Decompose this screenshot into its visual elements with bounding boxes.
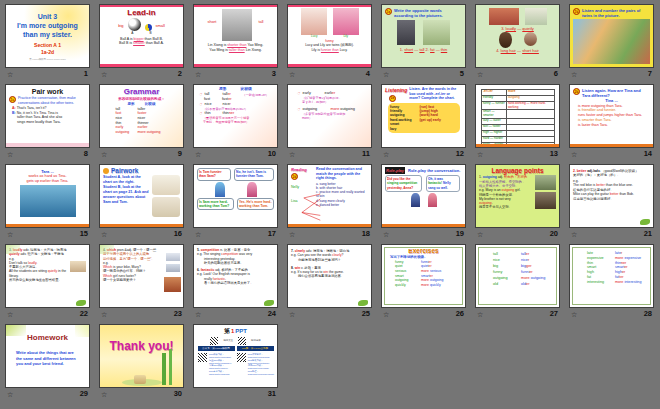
slide-thumbnail-28[interactable]: latelaterexpensivemore expensivethinthin… bbox=[569, 244, 654, 308]
slide-cell[interactable]: Role-playRole-play the conversation.Did … bbox=[381, 164, 466, 240]
text: Ball B is smaller than Ball A. bbox=[103, 41, 180, 46]
slide-cell[interactable]: Is Tom funnier than Sam?No, he isn't. Sa… bbox=[193, 164, 278, 240]
text bbox=[152, 175, 180, 217]
slide-number: 29 bbox=[80, 390, 88, 398]
slide-cell[interactable]: 5. competition n. 比赛；竞赛；竞争e.g. The singi… bbox=[193, 244, 278, 320]
slide-cell[interactable]: 1bListen and number the pairs of twins i… bbox=[569, 4, 654, 80]
text: 你能清楚地看到这些单词吗？ bbox=[298, 258, 368, 262]
photo-children bbox=[423, 20, 450, 45]
bottom-band bbox=[6, 143, 89, 147]
text: outgoing bbox=[303, 107, 329, 112]
slide-thumbnail-1[interactable]: Unit 3I'm more outgoingthan my sister.Se… bbox=[5, 4, 90, 68]
slide-cell[interactable]: 7. clearly adv. 清楚地；清晰地；明白地e.g. Can you … bbox=[287, 244, 372, 320]
slide-thumbnail-22[interactable]: 3. loudly adv. 喧闹地；大声地；响亮地 quietly adv. … bbox=[5, 244, 90, 308]
slide-thumbnail-8[interactable]: Pair work1cPractice the conversation, th… bbox=[5, 84, 90, 148]
slide-thumbnail-13[interactable]: -er/-iermorefriendlyoutgoingfunny — funn… bbox=[475, 84, 560, 148]
slide-cell[interactable]: Listening2aListen. Are the words in the … bbox=[381, 84, 466, 160]
slide-cell[interactable]: Thank you!☆30 bbox=[99, 324, 184, 400]
text: Yes. He's more hard-working than Tom. bbox=[239, 200, 272, 209]
text: 扫码关注 bbox=[223, 339, 233, 342]
slide-thumbnail-23[interactable]: 4. which pron.&adj. 哪一个；哪一些用于对两个或两个以上的人或… bbox=[99, 244, 184, 308]
slide-cell[interactable]: Language points1. outgoing adj. 外向的；友好的一… bbox=[475, 164, 560, 240]
text: more outgoing bbox=[521, 276, 545, 281]
text: 字母时，先双写辅音字母再加er） bbox=[203, 120, 274, 124]
slide-thumbnail-11[interactable]: ☞earlyearlier（以“辅音字母+y”结尾的词，变 y 为 i，再加er… bbox=[287, 84, 372, 148]
slide-cell[interactable]: Tara ...works as hard as Tina.gets up ea… bbox=[5, 164, 90, 240]
slide-cell[interactable]: Exercises写出下列单词的比较级。funnyfunnierquietqui… bbox=[381, 244, 466, 320]
leaf-decoration bbox=[640, 219, 650, 225]
slide-cell[interactable]: 1aWrite the opposite words according to … bbox=[381, 4, 466, 80]
text: 1 bbox=[231, 328, 234, 336]
slide-title: Listening bbox=[385, 87, 407, 94]
slide-cell[interactable]: 4. which pron.&adj. 哪一个；哪一些用于对两个或两个以上的人或… bbox=[99, 244, 184, 320]
slide-cell[interactable]: Reading2dNellyLisaRead the conversation … bbox=[287, 164, 372, 240]
text: 昨天的唱歌比赛很有意思。 bbox=[204, 261, 274, 265]
transition-star-icon: ☆ bbox=[101, 151, 107, 158]
slide-cell[interactable]: shorttallLin Xiong is shorter than Yao M… bbox=[193, 4, 278, 80]
slide-cell[interactable]: Unit 3I'm more outgoingthan my sister.Se… bbox=[5, 4, 90, 80]
cartoon-boy bbox=[411, 193, 420, 207]
slide-thumbnail-2[interactable]: Lead-inbigsmallABBall A is bigger than B… bbox=[99, 4, 184, 68]
slide-cell[interactable]: 第1PPT扫码关注扫码进群公众号：第一PPT模板网QQ群：第一PPT交流群PPT… bbox=[193, 324, 278, 400]
section-badge-2a: 2a bbox=[389, 95, 396, 102]
text: taller bbox=[223, 92, 241, 97]
text: Yao Ming is taller than Lin Xiong. bbox=[197, 48, 274, 53]
transition-star-icon: ☆ bbox=[195, 231, 201, 238]
slide-thumbnail-6[interactable]: 3. loudly — quietly4. long hair — short … bbox=[475, 4, 560, 68]
slide-thumbnail-20[interactable]: Language points1. outgoing adj. 外向的；友好的一… bbox=[475, 164, 560, 228]
text: (run) fast(jump) high(work) hard(get up)… bbox=[419, 105, 440, 123]
slide-cell[interactable]: 3. loudly adv. 喧闹地；大声地；响亮地 quietly adv. … bbox=[5, 244, 90, 320]
slide-cell[interactable]: ☞earlyearlier（以“辅音字母+y”结尾的词，变 y 为 i，再加er… bbox=[287, 84, 372, 160]
slide-thumbnail-26[interactable]: Exercises写出下列单词的比较级。funnyfunnierquietqui… bbox=[381, 244, 466, 308]
slide-cell[interactable]: Grammar形容词和副词比较级的构成：原形比较级talltallerfastf… bbox=[99, 84, 184, 160]
slide-thumbnail-19[interactable]: Role-playRole-play the conversation.Did … bbox=[381, 164, 466, 228]
slide-cell[interactable]: 原形比较级☞talltaller（一般在词尾+er）fastfaster☞nic… bbox=[193, 84, 278, 160]
slide-thumbnail-27[interactable]: talltallernicenicerbigbiggerfunnyfunnier… bbox=[475, 244, 560, 308]
slide-thumbnail-17[interactable]: Is Tom funnier than Sam?No, he isn't. Sa… bbox=[193, 164, 278, 228]
text: 2bListen again. How are Tina and Tara di… bbox=[573, 88, 650, 98]
slide-thumbnail-5[interactable]: 1aWrite the opposite words according to … bbox=[381, 4, 466, 68]
slide-cell[interactable]: PairworkStudent A, look at the chart on … bbox=[99, 164, 184, 240]
slide-cell[interactable]: latelaterexpensivemore expensivethinthin… bbox=[569, 244, 654, 320]
slide-cell[interactable]: Pair work1cPractice the conversation, th… bbox=[5, 84, 90, 160]
slide-cell[interactable]: 3. loudly — quietly4. long hair — short … bbox=[475, 4, 560, 80]
slide-thumbnail-24[interactable]: 5. competition n. 比赛；竞赛；竞争e.g. The singi… bbox=[193, 244, 278, 308]
slide-thumbnail-3[interactable]: shorttallLin Xiong is shorter than Yao M… bbox=[193, 4, 278, 68]
slide-number: 28 bbox=[644, 310, 652, 318]
slide-thumbnail-7[interactable]: 1bListen and number the pairs of twins i… bbox=[569, 4, 654, 68]
slide-thumbnail-16[interactable]: PairworkStudent A, look at the chart on … bbox=[99, 164, 184, 228]
slide-thumbnail-21[interactable]: 2. better adj./adv. （good和well的比较级）更好的（地… bbox=[569, 164, 654, 228]
slide-thumbnail-15[interactable]: Tara ...works as hard as Tina.gets up ea… bbox=[5, 164, 90, 228]
text bbox=[479, 8, 556, 25]
slide-thumbnail-10[interactable]: 原形比较级☞talltaller（一般在词尾+er）fastfaster☞nic… bbox=[193, 84, 278, 148]
text: Lucy bbox=[311, 35, 317, 39]
slide-cell[interactable]: 2bListen again. How are Tina and Tara di… bbox=[569, 84, 654, 160]
text: Is Tom funnier than Sam? bbox=[199, 170, 229, 179]
slide-thumbnail-29[interactable]: HomeworkWrite about the things that aret… bbox=[5, 324, 90, 388]
slide-thumbnail-25[interactable]: 7. clearly adv. 清楚地；清晰地；明白地e.g. Can you … bbox=[287, 244, 372, 308]
qr-code bbox=[237, 353, 246, 362]
slide-thumbnail-9[interactable]: Grammar形容词和副词比较级的构成：原形比较级talltallerfastf… bbox=[99, 84, 184, 148]
slide-cell[interactable]: -er/-iermorefriendlyoutgoingfunny — funn… bbox=[475, 84, 560, 160]
transition-star-icon: ☆ bbox=[7, 391, 13, 398]
transition-star-icon: ☆ bbox=[571, 231, 577, 238]
photo-loud-crowd bbox=[489, 8, 519, 25]
slide-thumbnail-18[interactable]: Reading2dNellyLisaRead the conversation … bbox=[287, 164, 372, 228]
slide-number: 11 bbox=[362, 150, 370, 158]
slide-cell[interactable]: talltallernicenicerbigbiggerfunnyfunnier… bbox=[475, 244, 560, 320]
corner-decoration bbox=[6, 325, 26, 336]
slide-thumbnail-14[interactable]: 2bListen again. How are Tina and Tara di… bbox=[569, 84, 654, 148]
bottom-band bbox=[194, 64, 277, 67]
text bbox=[9, 185, 86, 217]
slide-thumbnail-31[interactable]: 第1PPT扫码关注扫码进群公众号：第一PPT模板网QQ群：第一PPT交流群PPT… bbox=[193, 324, 278, 388]
slide-thumbnail-4[interactable]: LucyLilyfunnyLucy and Lily are twins (双胞… bbox=[287, 4, 372, 68]
slide-cell[interactable]: 2. better adj./adv. （good和well的比较级）更好的（地… bbox=[569, 164, 654, 240]
slide-cell[interactable]: Lead-inbigsmallABBall A is bigger than B… bbox=[99, 4, 184, 80]
slide-thumbnail-30[interactable]: Thank you! bbox=[99, 324, 184, 388]
slide-cell[interactable]: LucyLilyfunnyLucy and Lily are twins (双胞… bbox=[287, 4, 372, 80]
transition-star-icon: ☆ bbox=[477, 71, 483, 78]
slide-cell[interactable]: HomeworkWrite about the things that aret… bbox=[5, 324, 90, 400]
slide-thumbnail-12[interactable]: Listening2aListen. Are the words in the … bbox=[381, 84, 466, 148]
transition-star-icon: ☆ bbox=[383, 71, 389, 78]
bottom-band bbox=[6, 224, 89, 227]
